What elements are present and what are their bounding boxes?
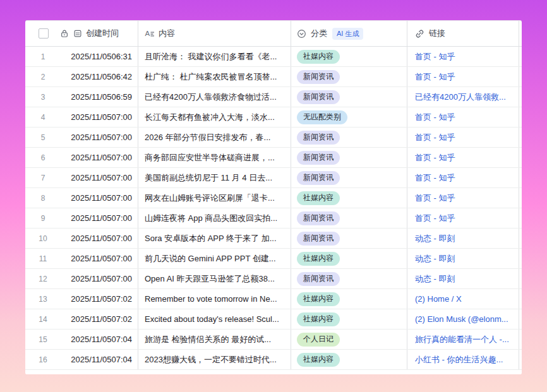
link-text[interactable]: 首页 - 知乎 xyxy=(415,112,455,123)
category-cell[interactable]: 新闻资讯 xyxy=(291,208,407,228)
content-cell[interactable]: 商务部回应安世半导体磋商进展，... xyxy=(138,148,291,167)
link-cell[interactable]: 首页 - 知乎 xyxy=(407,148,519,167)
category-badge[interactable]: 新闻资讯 xyxy=(297,171,340,185)
header-col-created-time[interactable]: 创建时间 xyxy=(25,21,138,46)
link-cell[interactable]: 动态 - 即刻 xyxy=(407,249,519,268)
content-cell[interactable]: 网友在山姆账号评论区刷屏「退卡... xyxy=(138,188,291,208)
category-badge[interactable]: 新闻资讯 xyxy=(297,151,340,165)
category-cell[interactable]: 新闻资讯 xyxy=(291,269,407,288)
created-time-cell[interactable]: 2025/11/0507:00 xyxy=(61,234,138,243)
created-time-cell[interactable]: 2025/11/0507:04 xyxy=(61,355,138,364)
category-cell[interactable]: 新闻资讯 xyxy=(291,87,407,107)
content-cell[interactable]: 旅游是 检验情侣关系的 最好的试... xyxy=(138,330,291,349)
created-time-cell[interactable]: 2025/11/0507:00 xyxy=(61,213,138,223)
content-cell[interactable]: Open AI 昨天跟亚马逊签了总额38... xyxy=(138,269,291,288)
header-col-content[interactable]: A 内容 xyxy=(138,21,291,46)
link-cell[interactable]: 动态 - 即刻 xyxy=(407,269,519,288)
content-cell[interactable]: 山姆连夜将 App 商品头图改回实拍... xyxy=(138,208,291,228)
category-badge[interactable]: 无匹配类别 xyxy=(297,110,347,124)
category-badge[interactable]: 新闻资讯 xyxy=(297,90,340,104)
link-cell[interactable]: (2) Home / X xyxy=(407,289,519,309)
category-badge[interactable]: 社媒内容 xyxy=(297,312,340,326)
link-text[interactable]: 首页 - 知乎 xyxy=(415,132,455,143)
created-time-cell[interactable]: 2025/11/0506:42 xyxy=(61,72,138,81)
created-time-cell[interactable]: 2025/11/0507:00 xyxy=(61,153,138,162)
category-badge[interactable]: 社媒内容 xyxy=(297,292,340,306)
link-text[interactable]: 首页 - 知乎 xyxy=(415,71,455,83)
link-text[interactable]: 已经有4200万人靠领救... xyxy=(415,92,506,103)
content-cell[interactable]: 2026 年部分节假日安排发布，春... xyxy=(138,128,291,147)
link-cell[interactable]: 小红书 - 你的生活兴趣... xyxy=(407,350,519,369)
content-cell[interactable]: 美国前副总统切尼于 11 月 4 日去... xyxy=(138,168,291,187)
link-text[interactable]: 小红书 - 你的生活兴趣... xyxy=(415,354,503,365)
select-all-checkbox[interactable] xyxy=(39,28,49,39)
category-cell[interactable]: 新闻资讯 xyxy=(291,229,407,248)
category-badge[interactable]: 新闻资讯 xyxy=(297,70,340,84)
link-text[interactable]: 首页 - 知乎 xyxy=(415,193,455,204)
category-badge[interactable]: 社媒内容 xyxy=(297,353,340,367)
category-cell[interactable]: 社媒内容 xyxy=(291,188,407,208)
category-badge[interactable]: 社媒内容 xyxy=(297,191,340,205)
category-badge[interactable]: 个人日记 xyxy=(297,333,340,347)
category-cell[interactable]: 社媒内容 xyxy=(291,249,407,268)
category-badge[interactable]: 新闻资讯 xyxy=(297,211,340,225)
link-text[interactable]: (2) Home / X xyxy=(415,294,462,304)
link-cell[interactable]: (2) Elon Musk (@elonm... xyxy=(407,309,519,329)
category-cell[interactable]: 无匹配类别 xyxy=(291,107,407,127)
link-text[interactable]: 动态 - 即刻 xyxy=(415,233,455,244)
created-time-cell[interactable]: 2025/11/0506:59 xyxy=(61,92,138,102)
content-cell[interactable]: 长江每天都有鱼被冲入大海，淡水... xyxy=(138,107,291,127)
category-badge[interactable]: 新闻资讯 xyxy=(297,232,340,246)
created-time-cell[interactable]: 2025/11/0507:00 xyxy=(61,173,138,182)
link-cell[interactable]: 首页 - 知乎 xyxy=(407,188,519,208)
content-cell[interactable]: 杜广纯： 杜广纯案农民被冒名顶替... xyxy=(138,67,291,86)
link-text[interactable]: 动态 - 即刻 xyxy=(415,273,455,285)
category-cell[interactable]: 社媒内容 xyxy=(291,309,407,329)
link-text[interactable]: 首页 - 知乎 xyxy=(415,213,455,224)
created-time-cell[interactable]: 2025/11/0507:00 xyxy=(61,254,138,263)
category-badge[interactable]: 新闻资讯 xyxy=(297,131,340,145)
link-cell[interactable]: 首页 - 知乎 xyxy=(407,208,519,228)
link-cell[interactable]: 首页 - 知乎 xyxy=(407,168,519,187)
created-time-cell[interactable]: 2025/11/0507:00 xyxy=(61,133,138,142)
link-cell[interactable]: 旅行真的能看清一个人 -... xyxy=(407,330,519,349)
link-cell[interactable]: 动态 - 即刻 xyxy=(407,229,519,248)
link-cell[interactable]: 已经有4200万人靠领救... xyxy=(407,87,519,107)
category-cell[interactable]: 新闻资讯 xyxy=(291,148,407,167)
category-cell[interactable]: 社媒内容 xyxy=(291,289,407,309)
content-cell[interactable]: 前几天说的 Gemini APP PPT 创建... xyxy=(138,249,291,268)
category-cell[interactable]: 社媒内容 xyxy=(291,350,407,369)
category-cell[interactable]: 新闻资讯 xyxy=(291,128,407,147)
category-cell[interactable]: 个人日记 xyxy=(291,330,407,349)
link-text[interactable]: 首页 - 知乎 xyxy=(415,172,455,184)
link-cell[interactable]: 首页 - 知乎 xyxy=(407,107,519,127)
content-cell[interactable]: Excited about today's release! Scul... xyxy=(138,309,291,329)
created-time-cell[interactable]: 2025/11/0507:00 xyxy=(61,193,138,203)
category-badge[interactable]: 社媒内容 xyxy=(297,50,340,64)
created-time-cell[interactable]: 2025/11/0507:04 xyxy=(61,335,138,344)
category-badge[interactable]: 社媒内容 xyxy=(297,252,340,266)
category-cell[interactable]: 新闻资讯 xyxy=(291,168,407,187)
content-cell[interactable]: Sora 安卓版本的 APP 终于来了 加... xyxy=(138,229,291,248)
link-text[interactable]: 旅行真的能看清一个人 -... xyxy=(415,334,509,345)
link-text[interactable]: 首页 - 知乎 xyxy=(415,51,455,62)
link-text[interactable]: 动态 - 即刻 xyxy=(415,253,455,264)
link-cell[interactable]: 首页 - 知乎 xyxy=(407,47,519,66)
created-time-cell[interactable]: 2025/11/0507:02 xyxy=(61,294,138,304)
content-cell[interactable]: 2023想赚大钱，一定不要错过时代... xyxy=(138,350,291,369)
content-cell[interactable]: 已经有4200万人靠领救济食物过活... xyxy=(138,87,291,107)
created-time-cell[interactable]: 2025/11/0507:00 xyxy=(61,112,138,122)
content-cell[interactable]: 且听沧海： 我建议你们多看看《老... xyxy=(138,47,291,66)
content-cell[interactable]: Remember to vote tomorrow in Ne... xyxy=(138,289,291,309)
link-cell[interactable]: 首页 - 知乎 xyxy=(407,67,519,86)
header-col-category[interactable]: 分类 AI 生成 xyxy=(291,21,407,46)
created-time-cell[interactable]: 2025/11/0506:31 xyxy=(61,52,138,61)
link-cell[interactable]: 首页 - 知乎 xyxy=(407,128,519,147)
link-text[interactable]: (2) Elon Musk (@elonm... xyxy=(415,314,508,324)
category-badge[interactable]: 新闻资讯 xyxy=(297,272,340,286)
category-cell[interactable]: 社媒内容 xyxy=(291,47,407,66)
link-text[interactable]: 首页 - 知乎 xyxy=(415,152,455,163)
header-col-link[interactable]: 链接 xyxy=(407,21,519,46)
created-time-cell[interactable]: 2025/11/0507:00 xyxy=(61,274,138,283)
created-time-cell[interactable]: 2025/11/0507:02 xyxy=(61,314,138,324)
